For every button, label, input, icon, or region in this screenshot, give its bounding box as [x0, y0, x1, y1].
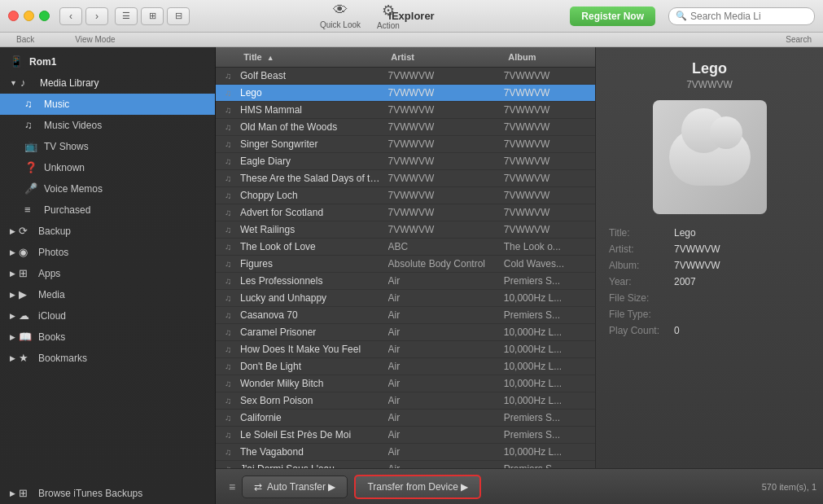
table-row[interactable]: ♫ Wonder Milky Bitch Air 10,000Hz L... — [216, 375, 595, 392]
sidebar-item-apps[interactable]: ▶ ⊞ Apps — [0, 263, 215, 284]
table-row[interactable]: ♫ Wet Railings 7VWWVW 7VWWVW — [216, 221, 595, 239]
sidebar-item-device[interactable]: 📱 Rom1 — [0, 47, 215, 72]
table-row[interactable]: ♫ Old Man of the Woods 7VWWVW 7VWWVW — [216, 119, 595, 136]
row-artist: Absolute Body Control — [388, 258, 504, 270]
row-artist: 7VWWVW — [388, 138, 504, 150]
row-music-icon: ♫ — [216, 327, 240, 337]
nav-buttons: ‹ › — [59, 7, 108, 25]
fullscreen-button[interactable] — [39, 11, 50, 21]
sidebar-item-backup[interactable]: ▶ ⟳ Backup — [0, 221, 215, 242]
row-album: The Look o... — [504, 241, 595, 252]
table-row[interactable]: ♫ Singer Songwriter 7VWWVW 7VWWVW — [216, 136, 595, 153]
meta-row: Play Count:0 — [609, 325, 810, 336]
row-music-icon: ♫ — [216, 191, 240, 200]
row-artist: 7VWWVW — [388, 173, 504, 184]
main-area: 📱 Rom1 ▼ ♪ Media Library ♫ Music ♫ Music… — [0, 47, 823, 504]
sidebar-media-library-label: Media Library — [40, 77, 99, 89]
sidebar-photos-label: Photos — [38, 247, 68, 258]
row-album: 7VWWVW — [504, 207, 595, 218]
th-artist[interactable]: Artist — [384, 50, 501, 64]
table-row[interactable]: ♫ Casanova 70 Air Premiers S... — [216, 307, 595, 324]
row-title: Californie — [240, 412, 388, 423]
sidebar-item-books[interactable]: ▶ 📖 Books — [0, 327, 215, 348]
quick-look-button[interactable]: 👁 Quick Look — [320, 2, 361, 30]
sidebar-item-music-videos[interactable]: ♫ Music Videos — [0, 115, 215, 136]
row-title: Golf Beast — [240, 70, 388, 81]
table-row[interactable]: ♫ Advert for Scotland 7VWWVW 7VWWVW — [216, 204, 595, 221]
search-input[interactable] — [690, 11, 808, 22]
sidebar-tv-shows-label: TV Shows — [44, 141, 89, 152]
photos-icon: ◉ — [19, 246, 32, 259]
detail-meta: Title:LegoArtist:7VWWVWAlbum:7VWWVWYear:… — [609, 227, 810, 341]
sidebar-item-unknown[interactable]: ❓ Unknown — [0, 157, 215, 178]
row-album: Cold Waves... — [504, 258, 595, 270]
sidebar-item-photos[interactable]: ▶ ◉ Photos — [0, 242, 215, 263]
traffic-lights — [8, 11, 50, 21]
th-title[interactable]: Title ▲ — [237, 50, 384, 64]
search-bar[interactable]: 🔍 — [668, 7, 815, 25]
transfer-from-device-button[interactable]: Transfer from Device ▶ — [354, 475, 481, 499]
chevron-right-icon-photos: ▶ — [10, 248, 15, 256]
table-row[interactable]: ♫ Eagle Diary 7VWWVW 7VWWVW — [216, 153, 595, 170]
chevron-right-icon-media: ▶ — [10, 291, 15, 299]
forward-button[interactable]: › — [85, 7, 108, 25]
sidebar-purchased-label: Purchased — [44, 204, 90, 216]
chevron-down-icon: ▼ — [10, 79, 17, 87]
row-title: Sex Born Poison — [240, 395, 388, 406]
sidebar-device-label: Rom1 — [29, 56, 56, 68]
table-row[interactable]: ♫ Don't Be Light Air 10,000Hz L... — [216, 358, 595, 375]
back-button[interactable]: ‹ — [59, 7, 82, 25]
sidebar-item-bookmarks[interactable]: ▶ ★ Bookmarks — [0, 348, 215, 369]
column-view-button[interactable]: ⊞ — [141, 7, 164, 25]
row-artist: Air — [388, 446, 504, 458]
table-row[interactable]: ♫ These Are the Salad Days of the Future… — [216, 170, 595, 187]
row-title: Advert for Scotland — [240, 207, 388, 218]
sidebar-item-browse-itunes[interactable]: ▶ ⊞ Browse iTunes Backups — [0, 483, 215, 504]
table-row[interactable]: ♫ The Look of Love ABC The Look o... — [216, 239, 595, 256]
table-row[interactable]: ♫ J'ai Dormi Sous L'eau Air Premiers S..… — [216, 461, 595, 468]
grid-view-button[interactable]: ⊟ — [167, 7, 190, 25]
sidebar-item-media-library[interactable]: ▼ ♪ Media Library — [0, 72, 215, 94]
table-row[interactable]: ♫ Lucky and Unhappy Air 10,000Hz L... — [216, 290, 595, 307]
search-label: Search — [786, 35, 812, 44]
register-button[interactable]: Register Now — [570, 7, 655, 26]
minimize-button[interactable] — [24, 11, 34, 21]
sidebar-icloud-label: iCloud — [38, 310, 66, 322]
row-album: 7VWWVW — [504, 70, 595, 81]
table-row[interactable]: ♫ Caramel Prisoner Air 10,000Hz L... — [216, 324, 595, 341]
table-row[interactable]: ♫ Figures Absolute Body Control Cold Wav… — [216, 256, 595, 273]
table-row[interactable]: ♫ Le Soleil Est Près De Moi Air Premiers… — [216, 427, 595, 444]
sidebar: 📱 Rom1 ▼ ♪ Media Library ♫ Music ♫ Music… — [0, 47, 216, 504]
row-music-icon: ♫ — [216, 310, 240, 320]
sidebar-item-voice-memos[interactable]: 🎤 Voice Memos — [0, 178, 215, 199]
th-album[interactable]: Album — [501, 50, 595, 64]
close-button[interactable] — [8, 11, 19, 21]
apps-icon: ⊞ — [19, 267, 32, 280]
detail-panel: Lego 7VWWVW Title:LegoArtist:7VWWVWAlbum… — [595, 47, 823, 468]
row-artist: 7VWWVW — [388, 190, 504, 201]
sidebar-item-purchased[interactable]: ≡ Purchased — [0, 199, 215, 221]
status-text: 570 item(s), 1 — [762, 482, 816, 492]
table-row[interactable]: ♫ Les Professionnels Air Premiers S... — [216, 273, 595, 290]
list-view-button[interactable]: ☰ — [115, 7, 138, 25]
table-row[interactable]: ♫ The Vagabond Air 10,000Hz L... — [216, 444, 595, 461]
sidebar-item-tv-shows[interactable]: 📺 TV Shows — [0, 136, 215, 157]
meta-value: 0 — [674, 325, 680, 336]
chevron-right-icon-itunes: ▶ — [10, 489, 15, 497]
row-album: 10,000Hz L... — [504, 292, 595, 304]
eye-icon: 👁 — [333, 2, 348, 19]
table-row[interactable]: ♫ Californie Air Premiers S... — [216, 410, 595, 427]
auto-transfer-button[interactable]: ⇄ Auto Transfer ▶ — [242, 476, 348, 498]
table-row[interactable]: ♫ Lego 7VWWVW 7VWWVW — [216, 85, 595, 102]
menu-button[interactable]: ≡ — [222, 477, 242, 497]
table-row[interactable]: ♫ Choppy Loch 7VWWVW 7VWWVW — [216, 187, 595, 204]
sidebar-item-icloud[interactable]: ▶ ☁ iCloud — [0, 305, 215, 327]
table-row[interactable]: ♫ HMS Mammal 7VWWVW 7VWWVW — [216, 102, 595, 119]
music-table: Title ▲ Artist Album ♫ Golf Beast 7VWWVW… — [216, 47, 595, 468]
table-row[interactable]: ♫ Sex Born Poison Air 10,000Hz L... — [216, 392, 595, 410]
table-row[interactable]: ♫ How Does It Make You Feel Air 10,000Hz… — [216, 341, 595, 358]
row-music-icon: ♫ — [216, 225, 240, 234]
sidebar-item-media[interactable]: ▶ ▶ Media — [0, 284, 215, 305]
table-row[interactable]: ♫ Golf Beast 7VWWVW 7VWWVW — [216, 68, 595, 85]
sidebar-item-music[interactable]: ♫ Music — [0, 94, 215, 115]
